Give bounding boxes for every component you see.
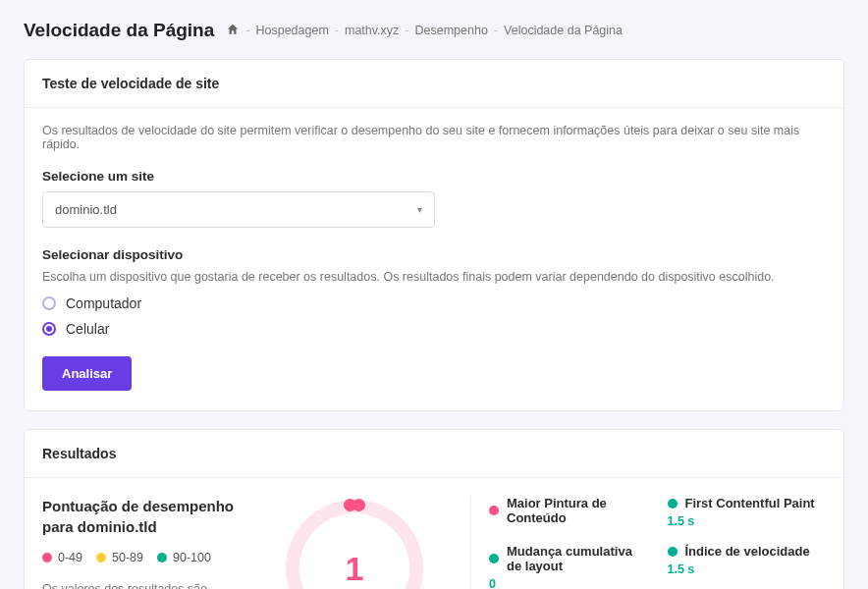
site-select[interactable]: dominio.tld ▾ xyxy=(42,191,435,228)
radio-mobile[interactable]: Celular xyxy=(42,321,826,337)
metric-value: 1.5 s xyxy=(668,562,827,576)
site-select-label: Selecione um site xyxy=(42,169,826,184)
breadcrumb-item-performance[interactable]: Desempenho xyxy=(415,24,488,37)
legend-dot-green xyxy=(157,553,167,562)
radio-icon xyxy=(42,322,56,336)
breadcrumb-item-current: Velocidade da Página xyxy=(504,24,623,37)
breadcrumb-separator: - xyxy=(245,24,249,37)
legend-good: 90-100 xyxy=(157,551,211,564)
metric-item: Mudança cumulativa de layout0 xyxy=(489,544,648,589)
results-footnote: Os valores dos resultados são estimados … xyxy=(42,580,239,589)
legend-bad: 0-49 xyxy=(42,551,82,564)
speed-test-card: Teste de velocidade de site Os resultado… xyxy=(24,59,844,411)
radio-icon xyxy=(42,296,56,310)
device-select-label: Selecionar dispositivo xyxy=(42,247,826,262)
radio-label-mobile: Celular xyxy=(66,321,109,337)
score-value: 1 xyxy=(346,550,364,588)
radio-computer[interactable]: Computador xyxy=(42,295,826,311)
metric-value: 1.5 s xyxy=(668,514,827,528)
page-title: Velocidade da Página xyxy=(24,20,214,41)
analyze-button[interactable]: Analisar xyxy=(42,356,132,391)
home-icon[interactable] xyxy=(226,23,240,39)
results-card: Resultados Pontuação de desempenho para … xyxy=(24,429,844,589)
metric-dot-icon xyxy=(668,547,678,557)
metric-dot-icon xyxy=(489,554,499,563)
legend-dot-amber xyxy=(96,553,106,562)
breadcrumb-separator: - xyxy=(335,24,339,37)
breadcrumb-separator: - xyxy=(405,24,408,37)
card-title: Teste de velocidade de site xyxy=(25,60,843,108)
score-heading: Pontuação de desempenho para dominio.tld xyxy=(42,496,239,537)
metric-dot-icon xyxy=(668,499,678,509)
breadcrumb: - Hospedagem - mathv.xyz - Desempenho - … xyxy=(226,23,623,39)
breadcrumb-item-hosting[interactable]: Hospedagem xyxy=(255,24,328,37)
intro-text: Os resultados de velocidade do site perm… xyxy=(42,124,826,151)
metric-name: Maior Pintura de Conteúdo xyxy=(507,496,648,525)
metric-item: Índice de velocidade1.5 s xyxy=(668,544,827,589)
score-gauge: 1 xyxy=(286,500,423,589)
metric-name: First Contentful Paint xyxy=(685,496,815,510)
site-select-value: dominio.tld xyxy=(55,202,117,217)
breadcrumb-item-domain[interactable]: mathv.xyz xyxy=(345,24,399,37)
device-select-hint: Escolha um dispositivo que gostaria de r… xyxy=(42,270,826,284)
metric-item: First Contentful Paint1.5 s xyxy=(668,496,827,528)
chevron-down-icon: ▾ xyxy=(417,204,422,215)
results-title: Resultados xyxy=(25,430,843,478)
metric-name: Índice de velocidade xyxy=(685,544,810,559)
legend-mid: 50-89 xyxy=(96,551,143,564)
gauge-knob-icon xyxy=(344,499,365,511)
metric-value: 0 xyxy=(489,577,648,589)
radio-label-computer: Computador xyxy=(66,295,141,311)
breadcrumb-separator: - xyxy=(494,24,498,37)
metrics-grid: Maior Pintura de ConteúdoFirst Contentfu… xyxy=(470,496,826,589)
metric-name: Mudança cumulativa de layout xyxy=(507,544,648,573)
score-legend: 0-49 50-89 90-100 xyxy=(42,551,239,564)
metric-item: Maior Pintura de Conteúdo xyxy=(489,496,648,528)
legend-dot-red xyxy=(42,553,52,562)
metric-dot-icon xyxy=(489,506,499,515)
